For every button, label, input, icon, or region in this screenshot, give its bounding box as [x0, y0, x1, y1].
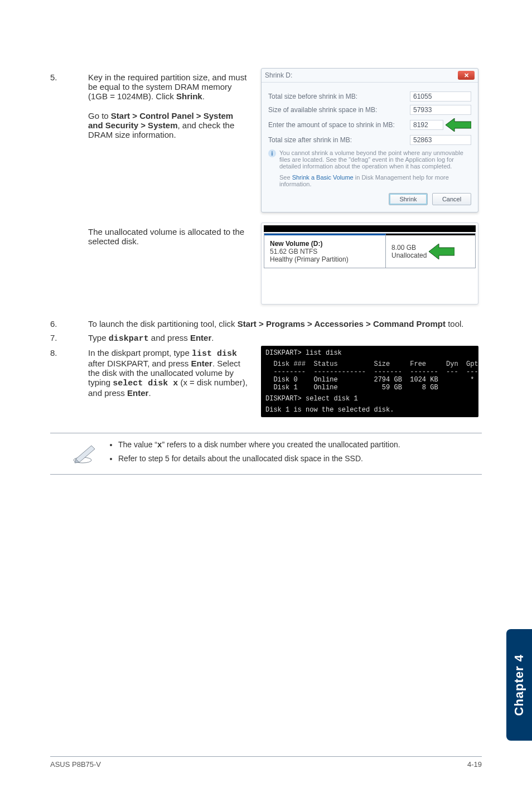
dm-volume-cell: New Volume (D:) 51.62 GB NTFS Healthy (P… — [264, 234, 386, 268]
shrink-row4-label: Total size after shrink in MB: — [268, 136, 352, 144]
info-icon: i — [268, 149, 276, 157]
term-disk1: Disk 1 Online 59 GB 8 GB — [265, 384, 474, 392]
step8-e: . — [148, 388, 151, 398]
step7-b: and press — [149, 333, 190, 342]
spacer — [50, 227, 77, 305]
dm-unalloc-label: Unallocated — [391, 252, 427, 259]
dm-unalloc-size: 8.00 GB — [391, 244, 427, 252]
shrink-row1-label: Total size before shrink in MB: — [268, 93, 357, 100]
note1-a: The value “ — [118, 440, 157, 449]
dm-header-strip — [264, 225, 476, 232]
footer-right: 4-19 — [467, 760, 482, 769]
step8-number: 8. — [50, 348, 77, 417]
chapter-tab-label: Chapter 4 — [512, 654, 526, 716]
pencil-icon — [72, 442, 98, 463]
step7-text: Type diskpart and press Enter. — [88, 333, 482, 344]
step7-cmd: diskpart — [109, 334, 149, 344]
step7-enter: Enter — [190, 333, 211, 342]
note1-b: ” refers to a disk number where you crea… — [162, 440, 400, 449]
dm-volume-name: New Volume (D:) — [270, 240, 380, 248]
shrink-row2-label: Size of available shrink space in MB: — [268, 106, 377, 114]
step8-cmd2: select disk x — [113, 379, 178, 388]
step8-enter1: Enter — [191, 359, 212, 368]
step8-a: In the diskpart prompt, type — [88, 348, 192, 357]
step5-text-a: Key in the required partition size, and … — [88, 73, 246, 101]
cancel-button[interactable]: Cancel — [432, 193, 471, 205]
dm-volume-status: Healthy (Primary Partition) — [270, 255, 380, 263]
close-icon[interactable]: ✕ — [458, 71, 475, 80]
dm-volume-size: 51.62 GB NTFS — [270, 248, 380, 255]
term-disk0: Disk 0 Online 2794 GB 1024 KB * — [265, 376, 474, 384]
term-line3: Disk 1 is now the selected disk. — [265, 406, 474, 414]
step5-text-b: . — [202, 91, 205, 101]
arrow-left-icon — [429, 244, 454, 259]
shrink-row4-value: 52863 — [410, 135, 471, 145]
step7-c: . — [211, 333, 214, 342]
shrink-word: Shrink — [176, 91, 202, 101]
step8-text: In the diskpart prompt, type list disk a… — [88, 348, 250, 417]
svg-marker-3 — [76, 446, 95, 462]
term-header: Disk ### Status Size Free Dyn Gpt — [265, 360, 474, 368]
step8-cmd1: list disk — [192, 349, 237, 359]
shrink-row1-value: 61055 — [410, 91, 471, 102]
step8-enter2: Enter — [127, 388, 148, 398]
svg-marker-0 — [446, 118, 471, 132]
shrink-dialog-title: Shrink D: — [265, 71, 292, 79]
step5-text: Key in the required partition size, and … — [88, 73, 250, 212]
goto-prefix: Go to — [88, 111, 111, 120]
term-line2: DISKPART> select disk 1 — [265, 395, 474, 403]
step6-path: Start > Programs > Accessories > Command… — [238, 319, 446, 328]
term-sep: -------- ------------- ------- ------- -… — [265, 368, 474, 376]
step6-a: To launch the disk partitioning tool, cl… — [88, 319, 238, 328]
step6-b: tool. — [446, 319, 464, 328]
shrink-button[interactable]: Shrink — [389, 193, 428, 205]
arrow-left-icon — [446, 118, 471, 132]
footer-left: ASUS P8B75-V — [50, 760, 101, 769]
see-prefix: See — [279, 174, 292, 181]
disk-mgmt-panel: New Volume (D:) 51.62 GB NTFS Healthy (P… — [261, 223, 478, 305]
shrink-row3-label: Enter the amount of space to shrink in M… — [268, 121, 395, 129]
shrink-dialog: Shrink D: ✕ Total size before shrink in … — [261, 68, 478, 212]
chapter-tab: Chapter 4 — [506, 629, 532, 741]
shrink-note-text: You cannot shrink a volume beyond the po… — [279, 149, 471, 170]
shrink-row2-value: 57933 — [410, 105, 471, 115]
step6-text: To launch the disk partitioning tool, cl… — [88, 319, 482, 328]
svg-marker-1 — [429, 244, 454, 259]
dm-unalloc-cell: 8.00 GB Unallocated — [386, 234, 475, 268]
step6-number: 6. — [50, 319, 77, 328]
unalloc-text: The unallocated volume is allocated to t… — [88, 227, 250, 305]
term-line1: DISKPART> list disk — [265, 349, 474, 357]
diskpart-terminal: DISKPART> list disk Disk ### Status Size… — [261, 346, 478, 417]
step8-b: after DISKPART, and press — [88, 359, 191, 368]
shrink-amount-input[interactable]: 8192 — [410, 120, 443, 130]
note-callout: The value “x” refers to a disk number wh… — [50, 433, 482, 475]
note-item-1: The value “x” refers to a disk number wh… — [118, 440, 400, 450]
step7-number: 7. — [50, 333, 77, 344]
step5-number: 5. — [50, 73, 77, 212]
step7-a: Type — [88, 333, 109, 342]
shrink-help-link[interactable]: Shrink a Basic Volume — [292, 174, 354, 181]
note-item-2: Refer to step 5 for details about the un… — [118, 454, 400, 463]
